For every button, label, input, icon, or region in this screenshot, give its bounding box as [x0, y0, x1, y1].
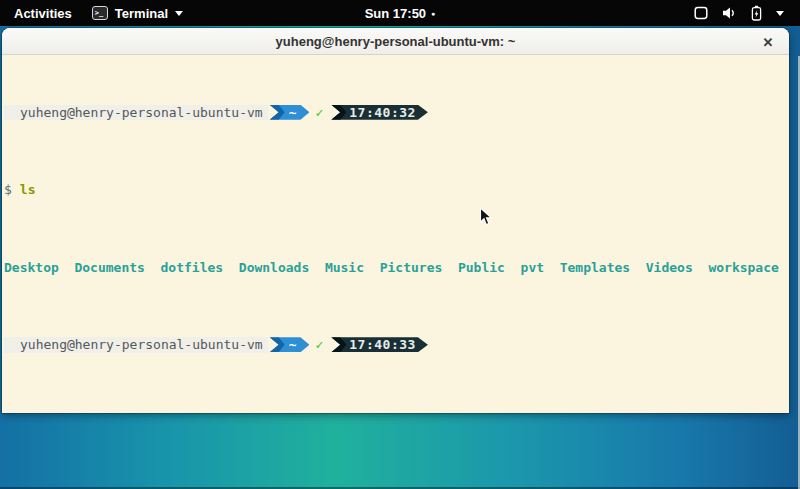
cwd-badge: ~	[270, 105, 310, 120]
terminal-content[interactable]: yuheng@henry-personal-ubuntu-vm ~ ✓ 17:4…	[2, 56, 789, 413]
titlebar[interactable]: yuheng@henry-personal-ubuntu-vm: ~ ✕	[2, 28, 789, 55]
screen-icon	[694, 6, 708, 20]
terminal-app-icon: >_	[92, 6, 108, 20]
time-label: 17:40:32	[349, 105, 416, 121]
notification-dot-icon: ●	[431, 10, 435, 17]
prompt-user: yuheng@henry-personal-ubuntu-vm	[4, 337, 268, 353]
prompt-line: yuheng@henry-personal-ubuntu-vm ~ ✓ 17:4…	[4, 337, 787, 353]
ls-output: Desktop Documents dotfiles Downloads Mus…	[4, 260, 787, 276]
prompt-user: yuheng@henry-personal-ubuntu-vm	[4, 105, 268, 121]
cwd-badge: ~	[270, 337, 310, 352]
clock-button[interactable]: Sun 17:50 ●	[365, 0, 436, 26]
app-menu-label: Terminal	[115, 6, 168, 21]
check-icon: ✓	[315, 105, 323, 121]
clock-label: Sun 17:50	[365, 6, 426, 21]
time-label: 17:40:33	[349, 337, 416, 353]
battery-charging-icon	[750, 5, 763, 21]
prompt-line: yuheng@henry-personal-ubuntu-vm ~ ✓ 17:4…	[4, 105, 787, 121]
cwd-label: ~	[289, 337, 297, 353]
top-bar-right	[694, 0, 800, 26]
prompt-symbol: $	[4, 182, 12, 197]
chevron-down-icon	[175, 11, 183, 20]
system-tray-button[interactable]	[694, 0, 784, 26]
volume-icon	[721, 6, 737, 20]
top-bar: Activities >_ Terminal Sun 17:50 ●	[0, 0, 800, 26]
top-bar-left: Activities >_ Terminal	[0, 0, 183, 26]
command-line: $ls	[4, 182, 787, 198]
cwd-label: ~	[289, 105, 297, 121]
app-menu-button[interactable]: >_ Terminal	[92, 0, 183, 26]
check-icon: ✓	[315, 337, 323, 353]
activities-button[interactable]: Activities	[14, 0, 72, 26]
time-badge: 17:40:33	[331, 337, 428, 352]
window-title: yuheng@henry-personal-ubuntu-vm: ~	[276, 34, 516, 49]
desktop: Activities >_ Terminal Sun 17:50 ●	[0, 0, 800, 489]
mouse-cursor-icon	[479, 207, 493, 227]
terminal-window: yuheng@henry-personal-ubuntu-vm: ~ ✕ yuh…	[2, 28, 789, 413]
command-text: ls	[20, 182, 36, 197]
close-button[interactable]: ✕	[757, 31, 779, 53]
time-badge: 17:40:32	[331, 105, 428, 120]
terminal-glyph: >_	[95, 10, 103, 17]
chevron-down-icon	[776, 11, 784, 20]
